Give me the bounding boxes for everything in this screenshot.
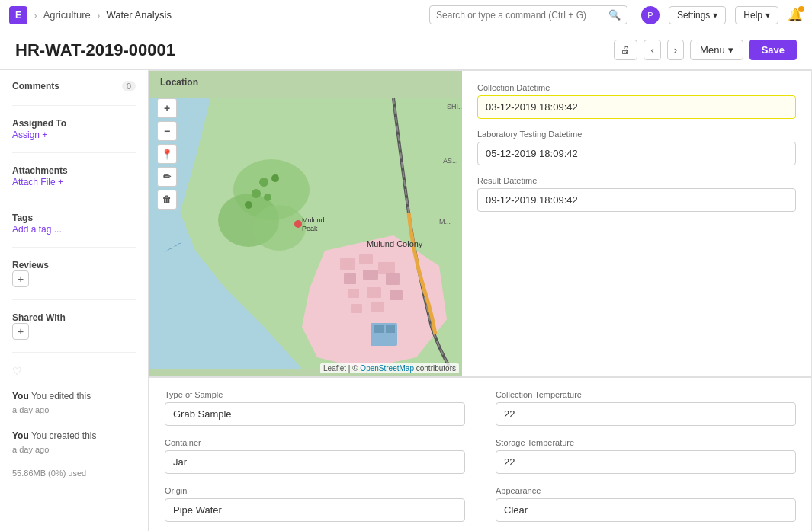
svg-rect-13 (371, 302, 384, 312)
assigned-to-section: Assigned To Assign + (12, 118, 136, 140)
edit-button[interactable]: ✏ (157, 167, 177, 187)
storage-temperature-group: Storage Temperature (496, 438, 796, 474)
search-icon: 🔍 (608, 9, 621, 21)
chevron-down-icon: ▾ (713, 10, 717, 21)
search-input[interactable] (436, 10, 604, 21)
help-button[interactable]: Help ▾ (735, 6, 778, 24)
svg-rect-10 (367, 287, 381, 298)
breadcrumb-water-analysis: Water Analysis (106, 9, 172, 21)
type-of-sample-input[interactable] (165, 402, 465, 426)
search-bar[interactable]: 🔍 (429, 5, 627, 24)
collection-temperature-label: Collection Temperature (496, 390, 796, 399)
reviews-section: Reviews + (12, 260, 136, 287)
type-of-sample-label: Type of Sample (165, 390, 465, 399)
origin-group: Origin (165, 486, 465, 522)
collection-temperature-group: Collection Temperature (496, 390, 796, 426)
locate-button[interactable]: 📍 (157, 144, 177, 164)
location-section: Location (149, 70, 812, 531)
breadcrumb-agriculture[interactable]: Agriculture (43, 9, 91, 21)
content-area: Location (149, 70, 812, 531)
zoom-in-button[interactable]: + (157, 98, 177, 118)
svg-text:SHI...: SHI... (447, 103, 462, 110)
menu-button[interactable]: Menu ▾ (690, 40, 743, 60)
activity-1-text: You edited this (31, 391, 91, 401)
map-controls: + − 📍 ✏ 🗑 (157, 98, 177, 210)
svg-rect-15 (374, 325, 384, 333)
svg-point-24 (264, 194, 271, 201)
contributors-text: contributors (416, 364, 456, 373)
svg-rect-8 (386, 273, 400, 285)
settings-button[interactable]: Settings ▾ (669, 6, 726, 24)
collection-datetime-input[interactable] (477, 95, 796, 119)
map-container: Location (149, 71, 462, 376)
svg-rect-3 (340, 258, 355, 270)
svg-rect-16 (386, 325, 395, 333)
container-label: Container (165, 438, 465, 447)
main-layout: Comments 0 Assigned To Assign + Attachme… (0, 70, 812, 531)
collection-datetime-group: Collection Datetime (477, 83, 796, 119)
top-actions: P Settings ▾ Help ▾ 🔔 (641, 6, 803, 24)
svg-text:M...: M... (439, 218, 451, 226)
top-nav: E › Agriculture › Water Analysis 🔍 P Set… (0, 0, 812, 30)
osm-attribution[interactable]: OpenStreetMap (360, 364, 414, 373)
storage-temperature-input[interactable] (496, 450, 796, 474)
location-label: Location (149, 71, 462, 91)
comments-section: Comments 0 (12, 81, 136, 93)
svg-rect-5 (378, 262, 395, 274)
activity-1: You You edited this a day ago (12, 389, 136, 417)
map-view[interactable]: Mulund Peak Mulund Colony SHI... AS... M… (149, 91, 462, 376)
shared-with-label: Shared With (12, 312, 136, 323)
laboratory-datetime-group: Laboratory Testing Datetime (477, 130, 796, 165)
attachments-section: Attachments Attach File + (12, 165, 136, 187)
svg-point-20 (259, 178, 268, 187)
print-button[interactable]: 🖨 (614, 40, 637, 60)
origin-input[interactable] (165, 498, 465, 522)
shared-with-section: Shared With + (12, 312, 136, 340)
svg-point-25 (294, 220, 302, 228)
lower-fields-section: Type of Sample Collection Temperature Co… (149, 377, 811, 531)
svg-text:AS...: AS... (443, 157, 458, 165)
attach-file-link[interactable]: Attach File + (12, 177, 63, 187)
sidebar: Comments 0 Assigned To Assign + Attachme… (0, 70, 149, 531)
activity-2-you: You (12, 430, 29, 441)
app-logo: E (9, 6, 27, 24)
laboratory-datetime-input[interactable] (477, 142, 796, 165)
storage-info: 55.86MB (0%) used (12, 469, 136, 478)
activity-1-you: You (12, 391, 29, 401)
delete-button[interactable]: 🗑 (157, 190, 177, 210)
svg-rect-4 (359, 254, 373, 264)
heart-icon[interactable]: ♡ (12, 365, 136, 377)
collection-temperature-input[interactable] (496, 402, 796, 426)
leaflet-attribution[interactable]: Leaflet (323, 364, 346, 373)
page-header: HR-WAT-2019-00001 🖨 ‹ › Menu ▾ Save (0, 30, 812, 70)
tags-section: Tags Add a tag ... (12, 213, 136, 235)
chevron-down-icon: ▾ (728, 44, 733, 56)
appearance-label: Appearance (496, 486, 796, 495)
svg-rect-6 (344, 273, 356, 284)
appearance-input[interactable] (496, 498, 796, 522)
save-button[interactable]: Save (749, 40, 797, 60)
assign-link[interactable]: Assign + (12, 130, 47, 140)
add-tag-link[interactable]: Add a tag ... (12, 224, 62, 235)
svg-point-22 (252, 189, 261, 198)
next-button[interactable]: › (667, 40, 684, 60)
prev-button[interactable]: ‹ (644, 40, 660, 60)
tags-label: Tags (12, 213, 136, 223)
chevron-down-icon: ▾ (765, 10, 770, 21)
result-datetime-group: Result Datetime (477, 176, 796, 212)
settings-label: Settings (677, 10, 710, 21)
page-title: HR-WAT-2019-00001 (15, 40, 175, 60)
container-input[interactable] (165, 450, 465, 474)
origin-label: Origin (165, 486, 465, 495)
avatar: P (641, 6, 660, 24)
add-review-button[interactable]: + (12, 270, 29, 287)
storage-temperature-label: Storage Temperature (496, 438, 796, 447)
result-datetime-input[interactable] (477, 188, 796, 212)
svg-rect-12 (351, 304, 362, 313)
zoom-out-button[interactable]: − (157, 121, 177, 141)
attachments-label: Attachments (12, 165, 136, 176)
help-label: Help (743, 10, 762, 21)
add-shared-button[interactable]: + (12, 323, 29, 340)
svg-text:Mulund: Mulund (302, 216, 325, 224)
appearance-group: Appearance (496, 486, 796, 522)
